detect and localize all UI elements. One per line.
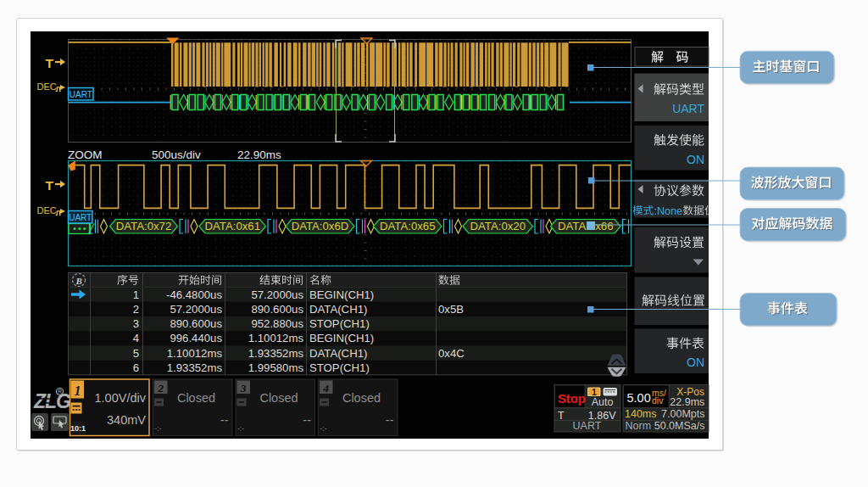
- svg-text:4: 4: [133, 332, 139, 344]
- svg-text:1.93352ms: 1.93352ms: [248, 347, 304, 360]
- svg-text:0x4C: 0x4C: [438, 347, 465, 360]
- svg-text:890.600us: 890.600us: [251, 303, 303, 316]
- svg-text:UART: UART: [672, 102, 704, 115]
- svg-text:UART: UART: [70, 90, 92, 99]
- svg-text:Norm: Norm: [626, 420, 652, 432]
- svg-text:ZOOM: ZOOM: [68, 148, 103, 161]
- svg-text:BEGIN(CH1): BEGIN(CH1): [309, 288, 374, 301]
- svg-text:STOP(CH1): STOP(CH1): [309, 361, 370, 374]
- svg-text:1: 1: [133, 288, 139, 301]
- svg-text:140ms: 140ms: [625, 408, 657, 420]
- svg-text:500us/div: 500us/div: [152, 148, 201, 161]
- svg-text:DATA:0x65: DATA:0x65: [380, 220, 435, 232]
- svg-text:7.00Mpts: 7.00Mpts: [661, 408, 704, 420]
- svg-text:3: 3: [133, 317, 139, 330]
- svg-text:1.10012ms: 1.10012ms: [167, 347, 223, 360]
- svg-text:B: B: [75, 276, 82, 286]
- svg-text:3: 3: [240, 382, 247, 395]
- svg-text:-:-: -:-: [237, 424, 244, 433]
- svg-text:Auto: Auto: [592, 396, 614, 408]
- svg-text:T: T: [46, 56, 54, 70]
- svg-text:1.10012ms: 1.10012ms: [248, 332, 304, 344]
- svg-text:2: 2: [133, 303, 139, 316]
- svg-text:0x5B: 0x5B: [438, 303, 464, 316]
- svg-text:22.90ms: 22.90ms: [237, 148, 281, 161]
- svg-text:2: 2: [157, 382, 164, 395]
- svg-text:UART: UART: [573, 420, 602, 432]
- svg-text:952.880us: 952.880us: [251, 317, 303, 330]
- svg-text:10:1: 10:1: [70, 424, 86, 433]
- svg-text:ON: ON: [687, 153, 704, 166]
- svg-text:DATA:0x72: DATA:0x72: [116, 220, 171, 232]
- svg-text:1.99580ms: 1.99580ms: [248, 361, 304, 374]
- svg-text:6: 6: [133, 361, 139, 374]
- svg-text:5: 5: [133, 347, 139, 360]
- svg-text:Stop: Stop: [558, 392, 586, 406]
- svg-text:--: --: [303, 413, 311, 427]
- svg-text:ON: ON: [687, 355, 704, 369]
- svg-text:5.00: 5.00: [627, 391, 651, 405]
- svg-text:1.00V/div: 1.00V/div: [95, 391, 147, 405]
- svg-text:ZLG: ZLG: [33, 390, 71, 412]
- svg-text:Closed: Closed: [342, 391, 381, 405]
- svg-text:div: div: [652, 395, 664, 406]
- svg-text:-:-: -:-: [155, 424, 162, 433]
- svg-text:340mV: 340mV: [107, 413, 146, 427]
- svg-text:UART: UART: [69, 213, 92, 222]
- svg-text:DATA(CH1): DATA(CH1): [309, 347, 367, 360]
- svg-text:DATA:0x6D: DATA:0x6D: [292, 220, 349, 232]
- svg-text:1.93352ms: 1.93352ms: [167, 361, 223, 374]
- svg-text::None: :None: [654, 205, 683, 217]
- svg-text:996.440us: 996.440us: [170, 332, 222, 344]
- svg-text:DEC: DEC: [37, 81, 57, 92]
- svg-text:50.0MSa/s: 50.0MSa/s: [654, 420, 705, 432]
- svg-text:57.2000us: 57.2000us: [251, 288, 303, 301]
- svg-text:T: T: [46, 178, 54, 193]
- svg-text:DATA(CH1): DATA(CH1): [309, 303, 367, 316]
- svg-text:R: R: [58, 389, 62, 395]
- svg-text:-:-: -:-: [320, 424, 327, 433]
- svg-text:22.9ms: 22.9ms: [670, 396, 704, 408]
- svg-text:-46.4800us: -46.4800us: [166, 288, 222, 301]
- svg-text:1: 1: [75, 383, 81, 398]
- svg-text:DATA:0x20: DATA:0x20: [470, 220, 526, 232]
- svg-text:890.600us: 890.600us: [170, 317, 222, 330]
- svg-text:DATA:0x61: DATA:0x61: [205, 220, 260, 232]
- svg-text:T: T: [558, 410, 565, 422]
- svg-text:--: --: [386, 413, 394, 427]
- svg-text:DEC: DEC: [37, 205, 57, 216]
- svg-text:BEGIN(CH1): BEGIN(CH1): [309, 332, 374, 344]
- svg-text:DATA:0x66: DATA:0x66: [558, 220, 613, 232]
- svg-text:--: --: [220, 413, 229, 427]
- svg-text:Closed: Closed: [259, 391, 298, 405]
- svg-text:Closed: Closed: [177, 391, 215, 405]
- svg-text:57.2000us: 57.2000us: [170, 303, 222, 316]
- svg-text:STOP(CH1): STOP(CH1): [309, 317, 370, 330]
- svg-text:4: 4: [322, 382, 329, 395]
